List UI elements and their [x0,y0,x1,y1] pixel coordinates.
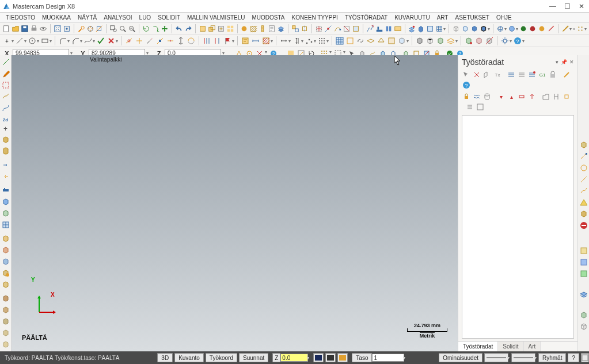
stock-rev-icon[interactable] [1,305,10,315]
stock-fin-icon[interactable] [1,340,10,349]
layers-icon[interactable] [446,36,455,45]
delete-dup-icon[interactable] [208,24,216,33]
xhatch-icon[interactable] [261,36,271,45]
h-arrow-icon[interactable] [279,36,288,45]
rt-line-icon[interactable] [579,175,588,184]
rt-solidg-icon[interactable] [579,311,588,320]
sel-solid-icon[interactable] [397,36,406,45]
menu-luo[interactable]: LUO [136,13,155,22]
sel-win-icon[interactable] [366,36,375,45]
opt-lock2-icon[interactable] [462,92,471,101]
stock-icon[interactable] [417,24,425,33]
measure-icon[interactable] [259,24,267,33]
modif-len-icon[interactable] [176,36,185,45]
solid-red-icon[interactable] [1,246,10,255]
print-icon[interactable] [30,24,38,33]
extend-icon[interactable] [145,36,154,45]
globe-icon[interactable] [496,24,504,33]
line-icon[interactable] [15,36,24,45]
arc-icon[interactable] [28,36,37,45]
opt-lines2-icon[interactable] [517,70,526,79]
redo-icon[interactable] [184,24,192,33]
fit-screen-icon[interactable] [54,24,62,33]
mirror-icon[interactable] [301,24,309,33]
toolpath-icon[interactable] [375,24,383,33]
opt-slash-icon[interactable] [562,70,571,79]
status-suunnat-button[interactable]: Suunnat [239,353,268,362]
eye-icon[interactable] [39,24,47,33]
pencil-icon[interactable] [561,24,569,33]
v-arrow-icon[interactable] [292,36,301,45]
repaint-icon[interactable] [63,24,71,33]
rt-solid-icon[interactable] [579,140,588,150]
solid-bool-icon[interactable] [1,269,10,278]
dropdown-icon[interactable]: ▾ [504,26,507,32]
rt-grid-y-icon[interactable] [579,246,588,255]
status-taso-input[interactable] [372,354,404,362]
arrow-r-icon[interactable] [1,160,10,170]
zoom-prev-icon[interactable] [119,24,127,33]
close-arc-icon[interactable] [187,36,196,45]
status-3d-button[interactable]: 3D [157,353,173,362]
sel-vec-icon[interactable] [387,36,396,45]
sel-poly-icon[interactable] [377,36,386,45]
panel-dropdown-icon[interactable]: ▾ [556,59,558,65]
viewport-tab[interactable]: Valintapalkki [86,55,125,66]
dynamic-rotate-icon[interactable] [142,24,150,33]
wireframe-icon[interactable] [452,24,460,33]
text-icon[interactable] [268,24,276,33]
analyze-icon[interactable] [77,24,85,33]
overflow-icon[interactable]: » [573,26,575,32]
status-color-3[interactable] [337,353,348,362]
rt-cube-icon[interactable] [579,209,588,219]
status-taso-label[interactable]: Taso [352,353,372,362]
sel-only-icon[interactable] [345,36,355,45]
mod-solid-icon[interactable] [415,36,424,45]
solid-hist-icon[interactable] [425,36,435,45]
ch-attrib-icon[interactable] [352,24,360,33]
bound-box-icon[interactable] [315,24,323,33]
status-toggle[interactable] [581,353,589,362]
spline-icon[interactable] [83,36,93,45]
sn-grid-icon[interactable] [317,36,326,45]
sel-tool-icon[interactable] [1,81,10,90]
color-swatch-3-icon[interactable] [538,24,546,33]
verify-icon[interactable] [366,24,374,33]
point-icon[interactable]: + [2,36,12,45]
rt-stop-icon[interactable] [579,221,588,230]
rt-curve-icon[interactable] [579,186,588,196]
line-tool-icon[interactable] [1,58,10,67]
solid-blue-icon[interactable] [1,257,10,266]
chamfer-icon[interactable] [71,36,80,45]
clear-colors-icon[interactable] [343,24,351,33]
solid-sel2-icon[interactable] [1,209,10,218]
maximize-button[interactable]: ☐ [564,2,571,10]
opt-waves-icon[interactable] [472,92,481,101]
solid-sel-icon[interactable] [464,36,473,45]
analyze-entity-icon[interactable] [95,24,103,33]
status-help-button[interactable]: ? [568,353,579,362]
menu-mallin[interactable]: MALLIN VALMISTELU [184,13,248,22]
text-label-icon[interactable]: 2d [1,117,10,122]
rt-circ-icon[interactable] [579,163,588,173]
color-swatch-4-icon[interactable] [547,24,555,33]
dropdown-icon[interactable]: ▾ [569,26,572,32]
status-kuvanto-button[interactable]: Kuvanto [174,353,204,362]
opt-lock-icon[interactable] [548,70,557,79]
note-icon[interactable] [241,36,250,45]
rotate-icon[interactable] [151,24,159,33]
new-file-icon[interactable] [2,24,10,33]
unzoom-icon[interactable] [128,24,136,33]
opt-g1-icon[interactable]: G1 [538,70,547,79]
status-color-2[interactable] [325,353,336,362]
perpend-icon[interactable] [212,36,222,45]
opt-lines1-icon[interactable] [507,70,516,79]
grid-icon[interactable] [435,24,443,33]
opt-rect-icon[interactable] [517,92,526,101]
save-icon[interactable] [21,24,29,33]
opt-tp-icon[interactable] [482,70,492,79]
opt-tri-up-icon[interactable]: ▴ [507,92,516,101]
stock-shell-icon[interactable] [1,328,10,338]
open-file-icon[interactable] [12,24,20,33]
panel-body[interactable] [462,115,574,339]
